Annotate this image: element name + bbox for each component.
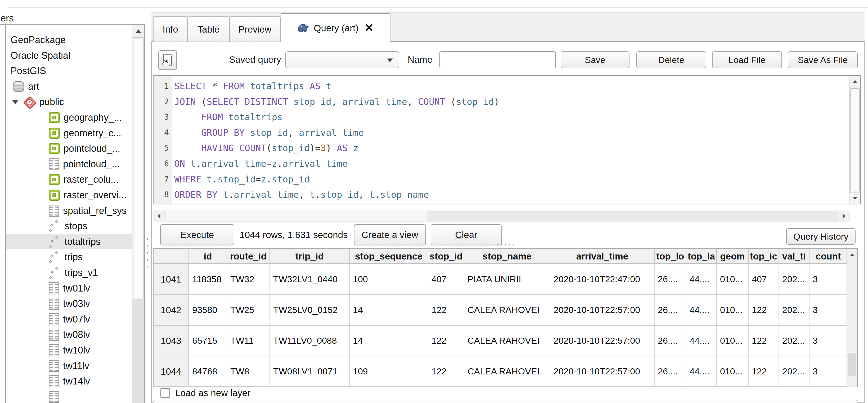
tree-item[interactable]: public	[6, 94, 133, 110]
table-cell[interactable]: 407	[749, 264, 779, 294]
tree-item[interactable]: tw01lv	[6, 281, 133, 296]
scroll-up-button[interactable]	[847, 249, 857, 260]
scrollbar-thumb[interactable]	[848, 353, 856, 375]
row-number-cell[interactable]: 1044	[154, 356, 189, 386]
table-cell[interactable]: 202...	[779, 295, 809, 325]
table-cell[interactable]: 14	[350, 326, 428, 355]
row-number-cell[interactable]: 1042	[154, 295, 189, 325]
table-cell[interactable]: 100	[350, 264, 428, 294]
table-cell[interactable]: 44....	[686, 356, 717, 386]
table-cell[interactable]: 122	[749, 326, 779, 355]
tree-item[interactable]: tw08lv	[6, 327, 133, 342]
tree-vertical-scrollbar[interactable]	[132, 25, 144, 403]
tree-item[interactable]: spatial_ref_sys	[6, 203, 133, 218]
table-cell[interactable]: 010...	[717, 295, 749, 325]
load-file-button[interactable]: Load File	[712, 51, 782, 68]
table-cell[interactable]: 202...	[779, 264, 809, 294]
tree-item[interactable]: tw10lv	[6, 343, 133, 358]
execute-button[interactable]: Execute	[160, 224, 234, 245]
scroll-up-button[interactable]	[132, 25, 144, 38]
scrollbar-track[interactable]	[132, 299, 144, 403]
table-cell[interactable]: TW32	[227, 264, 270, 294]
table-cell[interactable]: CALEA RAHOVEI	[464, 295, 550, 325]
table-cell[interactable]: 3	[809, 295, 848, 325]
table-cell[interactable]: TW11	[227, 326, 270, 355]
table-cell[interactable]: 93580	[189, 295, 227, 325]
table-cell[interactable]: 202...	[779, 356, 809, 386]
table-cell[interactable]: CALEA RAHOVEI	[464, 356, 550, 386]
table-cell[interactable]: TW25LV0_0152	[270, 295, 350, 325]
tree-item[interactable]: raster_colu...	[6, 172, 133, 187]
table-row[interactable]: 104484768TW8TW08LV1_0071109122CALEA RAHO…	[154, 356, 857, 387]
table-cell[interactable]: 3	[809, 356, 848, 386]
tree-item[interactable]: tw07lv	[6, 312, 133, 327]
table-row[interactable]: 104293580TW25TW25LV0_015214122CALEA RAHO…	[154, 295, 857, 326]
table-row[interactable]: 104365715TW11TW11LV0_008814122CALEA RAHO…	[154, 326, 857, 356]
tree-item[interactable]: pointcloud_...	[6, 141, 133, 156]
table-cell[interactable]: TW25	[227, 295, 270, 325]
scroll-down-button[interactable]	[849, 192, 860, 204]
delete-button[interactable]: Delete	[637, 51, 706, 68]
table-cell[interactable]: TW32LV1_0440	[270, 264, 350, 294]
table-cell[interactable]: TW8	[227, 356, 270, 386]
panel-splitter-handle[interactable]	[146, 238, 149, 268]
tree-item[interactable]: geometry_c...	[6, 125, 133, 141]
load-as-new-layer-checkbox[interactable]	[160, 388, 170, 398]
clear-button[interactable]: Clear	[431, 224, 502, 245]
tree-item[interactable]: Oracle Spatial	[6, 48, 133, 63]
scrollbar-thumb[interactable]	[133, 39, 144, 298]
sql-code-area[interactable]: SELECT * FROM totaltrips AS tJOIN (SELEC…	[172, 76, 849, 204]
name-input[interactable]	[439, 51, 556, 68]
table-cell[interactable]: 26....	[655, 295, 686, 325]
tree-item[interactable]: tw03lv	[6, 296, 133, 311]
tree-item[interactable]: GeoPackage	[6, 32, 133, 48]
scroll-left-button[interactable]	[153, 211, 165, 222]
save-as-file-button[interactable]: Save As File	[788, 51, 858, 68]
editor-vertical-scrollbar[interactable]	[849, 76, 860, 204]
table-cell[interactable]: 122	[428, 326, 464, 355]
tree-item[interactable]: art	[6, 79, 133, 94]
row-number-cell[interactable]: 1041	[154, 264, 189, 294]
query-history-button[interactable]: Query History	[786, 228, 856, 245]
table-cell[interactable]: 122	[749, 295, 779, 325]
table-cell[interactable]: 010...	[717, 326, 749, 355]
table-cell[interactable]: 122	[749, 356, 779, 386]
tree-item[interactable]: PostGIS	[6, 63, 133, 79]
tree-item[interactable]: totaltrips	[6, 234, 133, 249]
sql-window-button[interactable]: SQL	[158, 50, 177, 70]
tab-query-art[interactable]: Query (art) ✕	[281, 13, 391, 42]
table-cell[interactable]: 44....	[686, 264, 717, 294]
scrollbar-thumb[interactable]	[850, 88, 860, 191]
table-cell[interactable]: 109	[350, 356, 428, 386]
table-cell[interactable]: 3	[809, 264, 848, 294]
table-cell[interactable]: 202...	[779, 326, 809, 355]
table-cell[interactable]: PIATA UNIRII	[464, 264, 550, 294]
tree-item[interactable]: tw11lv	[6, 358, 133, 374]
table-cell[interactable]: 44....	[686, 295, 717, 325]
tree-item[interactable]: tw14lv	[6, 374, 133, 389]
table-cell[interactable]: CALEA RAHOVEI	[464, 326, 550, 355]
table-cell[interactable]: 407	[428, 264, 464, 294]
table-cell[interactable]: TW08LV1_0071	[270, 356, 350, 386]
table-cell[interactable]: 3	[809, 326, 848, 355]
row-number-cell[interactable]: 1043	[154, 326, 189, 355]
scrollbar-thumb[interactable]	[165, 211, 427, 221]
table-cell[interactable]: 2020-10-10T22:57:00	[550, 326, 655, 355]
table-cell[interactable]: TW11LV0_0088	[270, 326, 350, 355]
table-cell[interactable]: 26....	[655, 326, 686, 355]
create-view-button[interactable]: Create a view	[354, 224, 426, 245]
results-splitter-handle[interactable]	[497, 244, 514, 246]
table-cell[interactable]: 2020-10-10T22:57:00	[550, 356, 655, 386]
tab-info[interactable]: Info	[153, 17, 188, 41]
table-cell[interactable]: 122	[428, 356, 464, 386]
tree-item[interactable]: pointcloud_...	[6, 156, 133, 172]
table-cell[interactable]: 14	[350, 295, 428, 325]
table-cell[interactable]: 26....	[655, 356, 686, 386]
table-cell[interactable]: 122	[428, 295, 464, 325]
tree-item[interactable]	[6, 389, 133, 403]
saved-query-dropdown[interactable]	[285, 51, 399, 68]
results-vertical-scrollbar[interactable]	[846, 249, 857, 386]
table-cell[interactable]: 010...	[717, 356, 749, 386]
table-cell[interactable]: 2020-10-10T22:47:00	[550, 264, 655, 294]
table-cell[interactable]: 44....	[686, 326, 717, 355]
